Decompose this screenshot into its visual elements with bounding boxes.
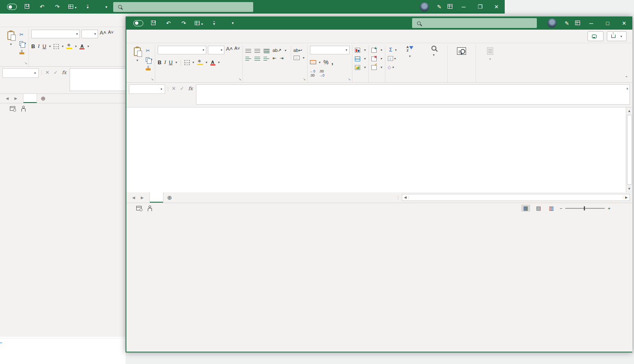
- scroll-left-icon[interactable]: ◀: [402, 196, 409, 199]
- borders-icon[interactable]: [54, 44, 59, 49]
- font-size-select[interactable]: ▾: [208, 46, 224, 54]
- cancel-formula-icon[interactable]: ✕: [45, 70, 49, 75]
- macro-record-icon[interactable]: [10, 106, 15, 111]
- new-sheet-icon[interactable]: ⊕: [37, 94, 49, 103]
- find-select-button[interactable]: ▾: [423, 46, 445, 57]
- format-painter-icon[interactable]: [19, 52, 24, 54]
- sheet-tab[interactable]: [23, 94, 37, 103]
- accounting-format-icon[interactable]: [310, 60, 316, 64]
- italic-button[interactable]: I: [38, 43, 40, 49]
- next-sheet-icon[interactable]: ▶: [14, 96, 17, 100]
- cell-styles-button[interactable]: ▾: [355, 63, 366, 72]
- merge-center-icon[interactable]: ↔: [294, 56, 300, 60]
- maximize-button[interactable]: ❐: [472, 4, 488, 10]
- save-icon[interactable]: [148, 20, 158, 26]
- avatar[interactable]: [420, 2, 429, 12]
- align-middle-icon[interactable]: [254, 49, 260, 53]
- font-color-icon[interactable]: A: [210, 60, 215, 65]
- scroll-up-icon[interactable]: ▲: [626, 107, 632, 114]
- save-icon[interactable]: [21, 4, 32, 10]
- number-dialog-launcher[interactable]: ↘: [348, 77, 351, 81]
- cut-icon[interactable]: ✂: [146, 48, 150, 54]
- formula-bar-collapse-icon[interactable]: ▴: [626, 86, 628, 90]
- name-box[interactable]: ▾: [129, 84, 165, 94]
- enter-formula-icon[interactable]: ✓: [180, 86, 184, 91]
- sheet-tab[interactable]: [149, 192, 163, 203]
- number-format-select[interactable]: ▾: [310, 46, 350, 54]
- percent-style-icon[interactable]: %: [324, 59, 329, 65]
- prev-sheet-icon[interactable]: ◀: [6, 96, 9, 100]
- fill-icon[interactable]: ↓: [388, 56, 393, 61]
- scroll-down-icon[interactable]: ▼: [626, 185, 632, 192]
- orientation-icon[interactable]: ab↗: [273, 48, 281, 53]
- clipboard-dialog-launcher[interactable]: ↘: [24, 61, 27, 65]
- customize-qat-icon[interactable]: ▾: [82, 4, 93, 10]
- zoom-slider[interactable]: [565, 208, 605, 209]
- share-button[interactable]: ▾: [607, 31, 627, 41]
- zoom-out-icon[interactable]: −: [560, 206, 563, 211]
- align-top-icon[interactable]: [245, 49, 251, 53]
- analyze-data-button[interactable]: [450, 46, 473, 58]
- redo-icon[interactable]: ↷: [178, 20, 189, 26]
- decrease-font-icon[interactable]: A˅: [108, 30, 114, 38]
- increase-font-icon[interactable]: A˄: [226, 46, 233, 54]
- font-color-icon[interactable]: A: [79, 44, 84, 49]
- ink-pen-icon[interactable]: ✎: [434, 4, 445, 10]
- decrease-font-icon[interactable]: A˅: [234, 46, 240, 54]
- wrap-text-icon[interactable]: ab↩: [294, 48, 302, 53]
- close-button[interactable]: ✕: [488, 4, 505, 10]
- scrollbar-grip-icon[interactable]: ⋮: [396, 195, 400, 200]
- page-break-view-icon[interactable]: ▥: [547, 205, 556, 212]
- minimize-button[interactable]: ─: [583, 20, 599, 26]
- font-dialog-launcher[interactable]: ↘: [238, 77, 241, 81]
- prev-sheet-icon[interactable]: ◀: [132, 196, 135, 200]
- customize-qat-icon[interactable]: ▾: [209, 20, 219, 26]
- vertical-scroll-thumb[interactable]: [627, 115, 632, 185]
- insert-cells-button[interactable]: ▾: [371, 46, 382, 54]
- zoom-slider-thumb[interactable]: [584, 206, 585, 210]
- ink-pen-icon[interactable]: ✎: [562, 20, 572, 26]
- sort-filter-button[interactable]: AZ ▾: [399, 46, 421, 58]
- autosave-toggle[interactable]: [5, 4, 17, 10]
- redo-icon[interactable]: ↷: [52, 4, 63, 10]
- font-size-select[interactable]: ▾: [82, 30, 98, 38]
- format-painter-icon[interactable]: [146, 68, 151, 70]
- align-right-icon[interactable]: [263, 56, 269, 61]
- insert-function-icon[interactable]: fx: [62, 70, 66, 75]
- normal-view-icon[interactable]: ▦: [521, 205, 530, 212]
- sensitivity-button[interactable]: ▾: [478, 46, 502, 63]
- increase-decimal-icon[interactable]: ←0.00: [310, 70, 315, 78]
- close-button[interactable]: ✕: [616, 20, 632, 26]
- copy-icon[interactable]: [19, 41, 23, 46]
- fill-color-icon[interactable]: [66, 44, 72, 49]
- window-title[interactable]: ▾: [103, 5, 107, 9]
- vertical-scrollbar[interactable]: ▲ ▼: [626, 107, 632, 192]
- increase-font-icon[interactable]: A˄: [100, 30, 106, 38]
- new-sheet-icon[interactable]: ⊕: [163, 192, 176, 203]
- ribbon-display-options-icon[interactable]: [445, 4, 455, 10]
- copy-icon[interactable]: [146, 57, 149, 62]
- zoom-in-icon[interactable]: +: [608, 206, 611, 211]
- borders-icon[interactable]: [184, 60, 190, 65]
- avatar[interactable]: [548, 19, 557, 28]
- cut-icon[interactable]: ✂: [19, 32, 23, 37]
- autosave-toggle[interactable]: [131, 20, 143, 26]
- bold-button[interactable]: B: [31, 44, 35, 49]
- paste-button[interactable]: ▾: [5, 30, 17, 48]
- paste-button[interactable]: ▾: [131, 46, 143, 64]
- clipboard-dialog-launcher[interactable]: ↘: [151, 77, 154, 81]
- window-title[interactable]: ▾: [229, 21, 234, 25]
- align-bottom-icon[interactable]: [263, 49, 269, 53]
- scroll-right-icon[interactable]: ▶: [623, 196, 629, 199]
- format-cells-button[interactable]: ▾: [371, 63, 382, 72]
- name-box[interactable]: ▾: [2, 68, 39, 78]
- comments-button[interactable]: [587, 31, 604, 41]
- bold-button[interactable]: B: [158, 60, 161, 65]
- conditional-formatting-button[interactable]: ▾: [355, 46, 366, 54]
- align-left-icon[interactable]: [245, 56, 251, 61]
- decrease-decimal-icon[interactable]: .00→0: [319, 70, 324, 78]
- page-layout-view-icon[interactable]: ▤: [534, 205, 543, 212]
- minimize-button[interactable]: ─: [455, 4, 472, 10]
- comma-style-icon[interactable]: ,: [331, 60, 333, 64]
- collapse-ribbon-icon[interactable]: ⌃: [625, 75, 628, 80]
